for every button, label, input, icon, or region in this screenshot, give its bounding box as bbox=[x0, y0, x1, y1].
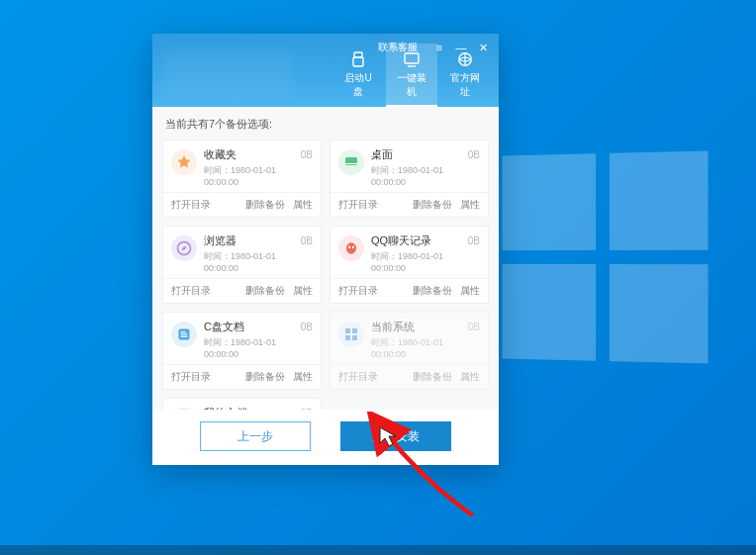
open-dir-link[interactable]: 打开目录 bbox=[171, 198, 211, 212]
card-size: 0B bbox=[301, 149, 313, 160]
svg-rect-17 bbox=[352, 335, 357, 340]
app-window: 联系客服 ≡ — ✕ 启动U盘 一键装机 bbox=[152, 34, 499, 465]
card-time: 时间：1980-01-01 00:00:00 bbox=[204, 250, 313, 273]
install-icon bbox=[403, 51, 421, 67]
svg-rect-2 bbox=[405, 53, 419, 63]
tab-site-label: 官方网址 bbox=[450, 72, 480, 97]
svg-rect-13 bbox=[181, 336, 188, 337]
open-dir-link[interactable]: 打开目录 bbox=[338, 284, 378, 298]
attributes-link[interactable]: 属性 bbox=[293, 284, 313, 298]
card-title: QQ聊天记录 bbox=[371, 233, 431, 248]
tabs: 启动U盘 一键装机 官方网址 bbox=[332, 44, 491, 107]
browser-icon bbox=[171, 235, 197, 261]
svg-point-8 bbox=[348, 245, 350, 248]
card-size: 0B bbox=[301, 235, 313, 246]
windows-logo-bg bbox=[502, 150, 708, 363]
tab-install-label: 一键装机 bbox=[397, 72, 426, 97]
content-area: 当前共有7个备份选项: 收藏夹 0B 时间：1980-01-01 00:00:0… bbox=[152, 107, 499, 410]
globe-icon bbox=[456, 51, 474, 67]
attributes-link[interactable]: 属性 bbox=[460, 284, 480, 298]
footer: 上一步 开始安装 bbox=[152, 410, 499, 465]
delete-backup-link[interactable]: 删除备份 bbox=[245, 370, 285, 384]
card-title: 收藏夹 bbox=[204, 147, 236, 162]
svg-rect-0 bbox=[354, 52, 362, 57]
attributes-link[interactable]: 属性 bbox=[460, 198, 480, 212]
svg-rect-14 bbox=[345, 328, 350, 333]
tab-site[interactable]: 官方网址 bbox=[439, 44, 491, 107]
tab-usb[interactable]: 启动U盘 bbox=[332, 44, 384, 107]
svg-point-9 bbox=[352, 245, 354, 248]
app-logo bbox=[164, 51, 293, 95]
svg-rect-12 bbox=[181, 333, 188, 334]
card-size: 0B bbox=[468, 149, 480, 160]
card-title: 当前系统 bbox=[371, 320, 415, 334]
open-dir-link[interactable]: 打开目录 bbox=[338, 370, 378, 384]
delete-backup-link[interactable]: 删除备份 bbox=[245, 198, 285, 212]
card-title: C盘文档 bbox=[204, 320, 244, 334]
prev-button[interactable]: 上一步 bbox=[200, 421, 311, 451]
delete-backup-link[interactable]: 删除备份 bbox=[413, 370, 452, 384]
backup-card-desk: 桌面 0B 时间：1980-01-01 00:00:00 打开目录 删除备份 属… bbox=[330, 139, 489, 218]
card-time: 时间：1980-01-01 00:00:00 bbox=[204, 164, 313, 187]
fav-icon bbox=[171, 149, 197, 175]
tab-usb-label: 启动U盘 bbox=[344, 72, 371, 97]
open-dir-link[interactable]: 打开目录 bbox=[171, 284, 211, 298]
open-dir-link[interactable]: 打开目录 bbox=[171, 370, 211, 384]
titlebar: 联系客服 ≡ — ✕ 启动U盘 一键装机 bbox=[152, 34, 499, 107]
backup-card-qq: QQ聊天记录 0B 时间：1980-01-01 00:00:00 打开目录 删除… bbox=[330, 226, 489, 304]
card-title: 浏览器 bbox=[204, 233, 236, 248]
qq-icon bbox=[338, 235, 364, 261]
card-size: 0B bbox=[301, 322, 313, 332]
backup-card-mydoc: 我的文档 0B 时间：1980-01-01 00:00:00 打开目录 删除备份… bbox=[162, 398, 322, 410]
card-time: 时间：1980-01-01 00:00:00 bbox=[371, 250, 480, 273]
svg-rect-16 bbox=[345, 335, 350, 340]
svg-rect-15 bbox=[352, 328, 357, 333]
delete-backup-link[interactable]: 删除备份 bbox=[245, 284, 285, 298]
taskbar bbox=[0, 545, 756, 555]
card-size: 0B bbox=[468, 322, 480, 332]
card-time: 时间：1980-01-01 00:00:00 bbox=[371, 336, 480, 359]
backup-grid: 收藏夹 0B 时间：1980-01-01 00:00:00 打开目录 删除备份 … bbox=[162, 139, 489, 410]
backup-card-disk: C盘文档 0B 时间：1980-01-01 00:00:00 打开目录 删除备份… bbox=[162, 312, 322, 390]
attributes-link[interactable]: 属性 bbox=[293, 198, 313, 212]
disk-icon bbox=[171, 322, 197, 347]
svg-rect-1 bbox=[353, 57, 363, 66]
start-button[interactable]: 开始安装 bbox=[340, 421, 451, 451]
tab-install[interactable]: 一键装机 bbox=[386, 44, 437, 107]
usb-icon bbox=[349, 51, 367, 67]
backup-card-fav: 收藏夹 0B 时间：1980-01-01 00:00:00 打开目录 删除备份 … bbox=[162, 139, 322, 218]
backup-card-browser: 浏览器 0B 时间：1980-01-01 00:00:00 打开目录 删除备份 … bbox=[162, 226, 322, 304]
card-title: 桌面 bbox=[371, 147, 393, 162]
subtitle: 当前共有7个备份选项: bbox=[162, 117, 489, 132]
desk-icon bbox=[338, 149, 364, 175]
card-time: 时间：1980-01-01 00:00:00 bbox=[204, 336, 313, 359]
svg-point-7 bbox=[346, 242, 356, 254]
open-dir-link[interactable]: 打开目录 bbox=[338, 198, 378, 212]
card-time: 时间：1980-01-01 00:00:00 bbox=[371, 164, 480, 187]
svg-rect-11 bbox=[181, 331, 186, 332]
card-size: 0B bbox=[468, 235, 480, 246]
sys-icon bbox=[338, 322, 364, 347]
delete-backup-link[interactable]: 删除备份 bbox=[413, 284, 452, 298]
backup-card-sys: 当前系统 0B 时间：1980-01-01 00:00:00 打开目录 删除备份… bbox=[330, 312, 489, 390]
attributes-link[interactable]: 属性 bbox=[460, 370, 480, 384]
delete-backup-link[interactable]: 删除备份 bbox=[413, 198, 452, 212]
attributes-link[interactable]: 属性 bbox=[293, 370, 313, 384]
